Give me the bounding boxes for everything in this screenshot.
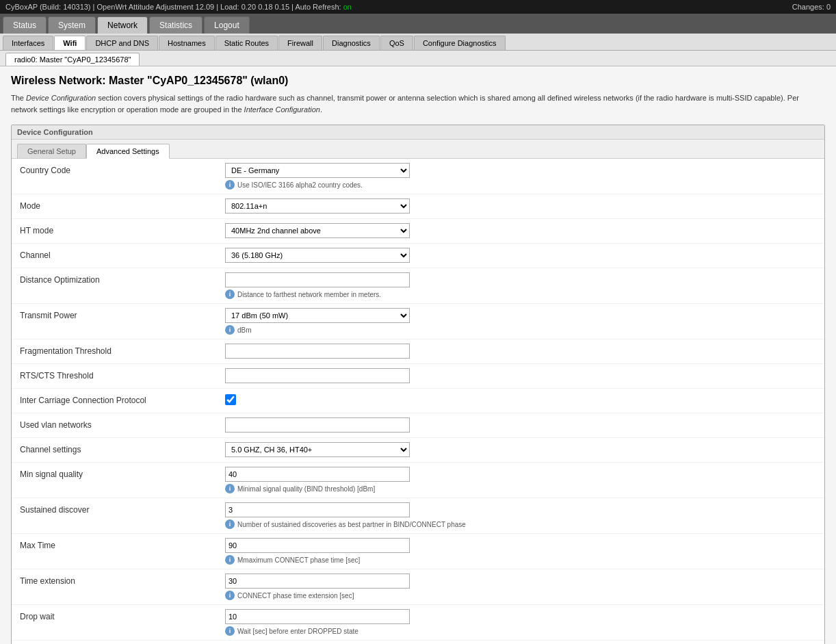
topbar: CyBoxAP (Build: 140313) | OpenWrt Attitu…	[0, 0, 836, 14]
nav-tab-status[interactable]: Status	[3, 16, 47, 34]
input-distance-optimization[interactable]	[225, 272, 410, 287]
label-ht-mode: HT mode	[20, 223, 225, 235]
sub-nav-diagnostics[interactable]: Diagnostics	[323, 36, 380, 50]
label-channel: Channel	[20, 248, 225, 260]
checkbox-iccp[interactable]	[225, 394, 236, 405]
label-fragmentation-threshold: Fragmentation Threshold	[20, 344, 225, 356]
sub-nav-configure-diagnostics[interactable]: Configure Diagnostics	[414, 36, 506, 50]
select-transmit-power[interactable]: 17 dBm (50 mW) 20 dBm (100 mW)	[225, 308, 410, 323]
sub-nav-qos[interactable]: QoS	[380, 36, 413, 50]
form-row-country-code: Country Code DE - Germany US - United St…	[12, 159, 824, 194]
main-nav: Status System Network Statistics Logout	[0, 14, 836, 34]
select-channel-settings[interactable]: 5.0 GHZ, CH 36, HT40+ 5.0 GHZ, CH 40, HT…	[225, 442, 410, 457]
form-row-time-extension: Time extension 30 i CONNECT phase time e…	[12, 569, 824, 605]
field-distance-optimization: i Distance to farthest network member in…	[225, 272, 816, 299]
content: Wireless Network: Master "CyAP0_12345678…	[0, 66, 836, 644]
sub-nav-hostnames[interactable]: Hostnames	[159, 36, 215, 50]
app-info: CyBoxAP (Build: 140313) | OpenWrt Attitu…	[5, 3, 352, 11]
sub-nav-dhcp-dns[interactable]: DHCP and DNS	[86, 36, 158, 50]
form-row-max-time: Max Time 90 i Mmaximum CONNECT phase tim…	[12, 534, 824, 569]
page-description: The Device Configuration section covers …	[11, 92, 825, 115]
input-fragmentation-threshold[interactable]	[225, 344, 410, 359]
form-row-mode: Mode 802.11a+n 802.11a 802.11n	[12, 194, 824, 219]
field-time-extension: 30 i CONNECT phase time extension [sec]	[225, 574, 816, 600]
form-row-drop-retry: Drop retry 5 i Number of retries to swit…	[12, 641, 824, 644]
field-country-code: DE - Germany US - United States i Use IS…	[225, 163, 816, 190]
form-row-rts-cts-threshold: RTS/CTS Threshold	[12, 364, 824, 389]
hint-icon-max-time: i	[225, 555, 235, 565]
hint-icon-transmit: i	[225, 325, 235, 335]
input-min-signal-quality[interactable]: 40	[225, 467, 410, 482]
label-time-extension: Time extension	[20, 574, 225, 586]
field-channel-settings: 5.0 GHZ, CH 36, HT40+ 5.0 GHZ, CH 40, HT…	[225, 442, 816, 457]
form-row-drop-wait: Drop wait 10 i Wait [sec] before enter D…	[12, 605, 824, 641]
label-country-code: Country Code	[20, 163, 225, 175]
hint-country-code: i Use ISO/IEC 3166 alpha2 country codes.	[225, 180, 816, 190]
sub-nav-wifi[interactable]: Wifi	[54, 36, 86, 50]
sub-nav-static-routes[interactable]: Static Routes	[215, 36, 278, 50]
field-channel: 36 (5.180 GHz) 40 (5.200 GHz)	[225, 248, 816, 263]
field-min-signal-quality: 40 i Minimal signal quality (BIND thresh…	[225, 467, 816, 493]
radio-tab-bar: radio0: Master "CyAP0_12345678"	[0, 51, 836, 66]
field-sustained-discover: 3 i Number of sustained discoveries as b…	[225, 502, 816, 529]
sub-nav-firewall[interactable]: Firewall	[278, 36, 322, 50]
device-config-box: Device Configuration General Setup Advan…	[11, 125, 825, 644]
hint-icon-time-extension: i	[225, 591, 235, 600]
form-row-vlan-networks: Used vlan networks	[12, 413, 824, 438]
hint-drop-wait: i Wait [sec] before enter DROPPED state	[225, 626, 816, 636]
nav-tab-system[interactable]: System	[48, 16, 96, 34]
field-max-time: 90 i Mmaximum CONNECT phase time [sec]	[225, 538, 816, 565]
select-channel[interactable]: 36 (5.180 GHz) 40 (5.200 GHz)	[225, 248, 410, 263]
label-transmit-power: Transmit Power	[20, 308, 225, 320]
sub-nav-interfaces[interactable]: Interfaces	[3, 36, 53, 50]
label-max-time: Max Time	[20, 538, 225, 550]
nav-tab-statistics[interactable]: Statistics	[149, 16, 203, 34]
radio-tab[interactable]: radio0: Master "CyAP0_12345678"	[5, 53, 140, 66]
form-row-min-signal-quality: Min signal quality 40 i Minimal signal q…	[12, 463, 824, 498]
hint-icon-sustained: i	[225, 519, 235, 529]
label-min-signal-quality: Min signal quality	[20, 467, 225, 479]
input-drop-wait[interactable]: 10	[225, 609, 410, 624]
hint-distance-optimization: i Distance to farthest network member in…	[225, 289, 816, 299]
changes-count: Changes: 0	[792, 3, 831, 11]
label-iccp: Inter Carriage Connection Protocol	[20, 393, 225, 405]
label-drop-wait: Drop wait	[20, 609, 225, 621]
select-ht-mode[interactable]: 40MHz 2nd channel above 40MHz 2nd channe…	[225, 223, 410, 238]
label-rts-cts-threshold: RTS/CTS Threshold	[20, 368, 225, 381]
form-row-ht-mode: HT mode 40MHz 2nd channel above 40MHz 2n…	[12, 219, 824, 244]
field-drop-wait: 10 i Wait [sec] before enter DROPPED sta…	[225, 609, 816, 636]
label-mode: Mode	[20, 198, 225, 211]
auto-refresh-status: on	[343, 3, 352, 11]
hint-icon-distance: i	[225, 289, 235, 299]
select-mode[interactable]: 802.11a+n 802.11a 802.11n	[225, 198, 410, 214]
sub-nav: Interfaces Wifi DHCP and DNS Hostnames S…	[0, 34, 836, 51]
label-vlan-networks: Used vlan networks	[20, 417, 225, 430]
field-rts-cts-threshold	[225, 368, 816, 383]
form-fields: Country Code DE - Germany US - United St…	[12, 159, 824, 644]
input-rts-cts-threshold[interactable]	[225, 368, 410, 383]
hint-icon-drop-wait: i	[225, 626, 235, 636]
field-vlan-networks	[225, 417, 816, 433]
form-row-channel: Channel 36 (5.180 GHz) 40 (5.200 GHz)	[12, 244, 824, 268]
inner-tab-advanced-settings[interactable]: Advanced Settings	[86, 144, 170, 159]
field-iccp	[225, 393, 816, 405]
input-sustained-discover[interactable]: 3	[225, 502, 410, 517]
form-row-distance-optimization: Distance Optimization i Distance to fart…	[12, 268, 824, 304]
label-channel-settings: Channel settings	[20, 442, 225, 454]
input-time-extension[interactable]: 30	[225, 574, 410, 589]
form-row-sustained-discover: Sustained discover 3 i Number of sustain…	[12, 498, 824, 534]
hint-min-signal-quality: i Minimal signal quality (BIND threshold…	[225, 484, 816, 493]
input-max-time[interactable]: 90	[225, 538, 410, 553]
nav-tab-logout[interactable]: Logout	[204, 16, 250, 34]
inner-tab-general-setup[interactable]: General Setup	[17, 144, 86, 158]
label-sustained-discover: Sustained discover	[20, 502, 225, 515]
field-ht-mode: 40MHz 2nd channel above 40MHz 2nd channe…	[225, 223, 816, 238]
inner-tabs: General Setup Advanced Settings	[12, 140, 824, 159]
form-row-fragmentation-threshold: Fragmentation Threshold	[12, 339, 824, 364]
field-transmit-power: 17 dBm (50 mW) 20 dBm (100 mW) i dBm	[225, 308, 816, 335]
field-mode: 802.11a+n 802.11a 802.11n	[225, 198, 816, 214]
input-vlan-networks[interactable]	[225, 417, 410, 433]
nav-tab-network[interactable]: Network	[97, 16, 148, 34]
select-country-code[interactable]: DE - Germany US - United States	[225, 163, 410, 178]
hint-icon-country-code: i	[225, 180, 235, 190]
